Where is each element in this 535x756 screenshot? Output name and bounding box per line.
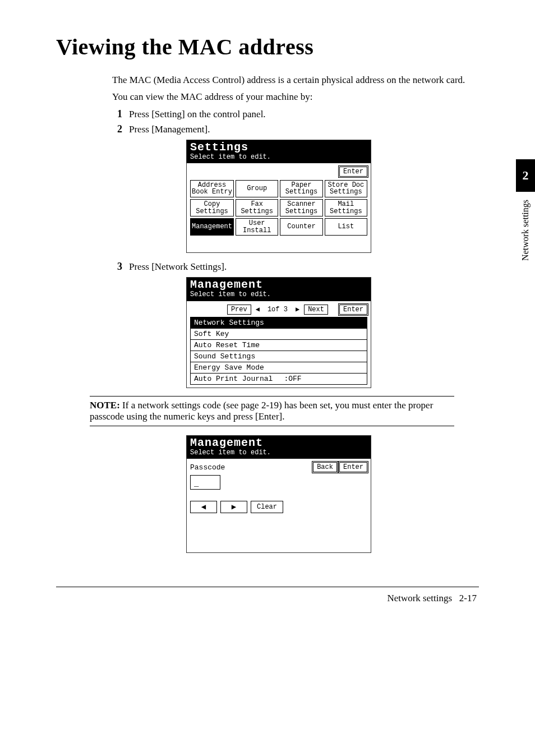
- settings-button[interactable]: List: [325, 218, 367, 236]
- settings-button[interactable]: Copy Settings: [190, 199, 234, 216]
- management-list-item[interactable]: Auto Reset Time: [190, 339, 367, 351]
- page-indicator: 1of 3: [264, 306, 291, 314]
- step-list: 1 Press [Setting] on the control panel. …: [112, 108, 479, 388]
- chapter-tab: 2 Network settings: [516, 159, 535, 261]
- page-title: Viewing the MAC address: [56, 34, 479, 60]
- enter-button[interactable]: Enter: [339, 167, 367, 177]
- list-item-label: Energy Save Mode: [194, 363, 264, 372]
- list-item-label: Network Settings: [194, 319, 264, 327]
- settings-button[interactable]: User Install: [236, 218, 278, 236]
- intro-paytext-1: The MAC (Media Access Control) address i…: [112, 73, 479, 87]
- step-number: 3: [112, 261, 122, 273]
- step-text: Press [Management].: [129, 124, 210, 135]
- management-list-item[interactable]: Soft Key: [190, 328, 367, 340]
- back-button[interactable]: Back: [313, 462, 337, 472]
- settings-button[interactable]: Mail Settings: [325, 199, 367, 216]
- settings-button[interactable]: Counter: [280, 218, 322, 236]
- management-list-item[interactable]: Auto Print Journal:OFF: [190, 373, 367, 385]
- management-list-item[interactable]: Network Settings: [190, 317, 367, 329]
- step-2: 2 Press [Management].: [112, 123, 479, 135]
- lcd-subtitle: Select item to edit.: [190, 154, 367, 161]
- lcd-screen-passcode: Management Select item to edit. Passcode…: [186, 435, 371, 553]
- chapter-number: 2: [516, 159, 535, 192]
- step-text: Press [Setting] on the control panel.: [129, 109, 266, 120]
- note-text: If a network settings code (see page 2-1…: [90, 400, 433, 422]
- lcd-screen-settings: Settings Select item to edit. Enter Addr…: [186, 140, 371, 253]
- lcd-title: Settings: [190, 141, 367, 154]
- page-footer: Network settings 2-17: [56, 593, 479, 604]
- enter-button[interactable]: Enter: [339, 305, 367, 315]
- list-item-value: :OFF: [284, 375, 301, 383]
- settings-button[interactable]: Management: [190, 218, 234, 236]
- settings-button[interactable]: Scanner Settings: [280, 199, 322, 216]
- enter-button[interactable]: Enter: [339, 462, 367, 472]
- lcd-title: Management: [190, 437, 367, 449]
- next-button[interactable]: Next: [304, 305, 328, 315]
- prev-button[interactable]: Prev: [227, 305, 251, 315]
- management-list-item[interactable]: Energy Save Mode: [190, 362, 367, 374]
- settings-button[interactable]: Group: [236, 180, 278, 197]
- cursor-right-button[interactable]: ▶: [220, 501, 247, 513]
- list-item-label: Sound Settings: [194, 352, 255, 361]
- settings-button[interactable]: Paper Settings: [280, 180, 322, 197]
- lcd-subtitle: Select item to edit.: [190, 291, 367, 298]
- lcd-subtitle: Select item to edit.: [190, 449, 367, 457]
- footer-section: Network settings: [387, 593, 452, 603]
- note-block: NOTE: If a network settings code (see pa…: [90, 396, 454, 426]
- list-item-label: Auto Print Journal: [194, 375, 273, 383]
- passcode-label: Passcode: [190, 462, 225, 473]
- management-list-item[interactable]: Sound Settings: [190, 351, 367, 362]
- lcd-title: Management: [190, 279, 367, 291]
- step-3: 3 Press [Network Settings].: [112, 261, 479, 273]
- settings-button[interactable]: Address Book Entry: [190, 180, 234, 197]
- step-1: 1 Press [Setting] on the control panel.: [112, 108, 479, 120]
- intro-paytext-2: You can view the MAC address of your mac…: [112, 90, 479, 104]
- note-label: NOTE:: [90, 400, 120, 411]
- lcd-screen-management-list: Management Select item to edit. Prev ◀ 1…: [186, 277, 371, 388]
- cursor-left-button[interactable]: ◀: [190, 501, 217, 513]
- footer-rule: [56, 587, 479, 587]
- passcode-input[interactable]: _: [190, 475, 220, 490]
- step-number: 2: [112, 123, 122, 135]
- clear-button[interactable]: Clear: [251, 501, 283, 513]
- list-item-label: Auto Reset Time: [194, 341, 260, 349]
- left-arrow-icon: ◀: [253, 305, 262, 314]
- settings-button[interactable]: Store Doc Settings: [325, 180, 367, 197]
- step-text: Press [Network Settings].: [129, 261, 227, 273]
- settings-button[interactable]: Fax Settings: [236, 199, 278, 216]
- step-number: 1: [112, 108, 122, 120]
- right-arrow-icon: ▶: [293, 305, 302, 314]
- list-item-label: Soft Key: [194, 330, 229, 338]
- footer-page: 2-17: [459, 593, 477, 603]
- chapter-label: Network settings: [520, 200, 531, 261]
